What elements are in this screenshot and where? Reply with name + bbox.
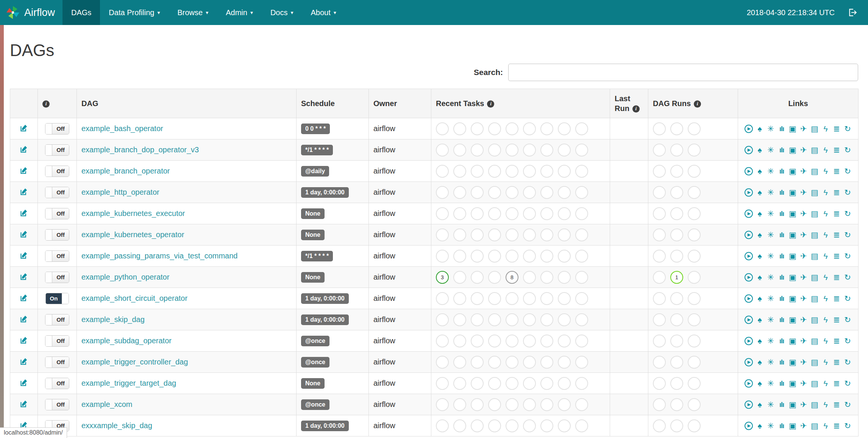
gantt-icon[interactable]: ▤ (810, 358, 819, 367)
gantt-icon[interactable]: ▤ (810, 421, 819, 430)
refresh-icon[interactable]: ↻ (843, 294, 852, 303)
task-duration-icon[interactable]: ılı (777, 315, 786, 324)
landing-times-icon[interactable]: ✈ (799, 400, 808, 409)
code-view-icon[interactable]: ϟ (821, 230, 830, 239)
nav-item-admin[interactable]: Admin▾ (217, 0, 262, 25)
edit-dag-icon[interactable] (20, 379, 28, 387)
task-tries-icon[interactable]: ▣ (788, 421, 797, 430)
dag-pause-toggle[interactable]: Off (45, 187, 69, 198)
dag-link[interactable]: example_kubernetes_operator (81, 230, 184, 239)
task-duration-icon[interactable]: ılı (777, 358, 786, 367)
nav-item-about[interactable]: About▾ (302, 0, 345, 25)
code-view-icon[interactable]: ϟ (821, 421, 830, 430)
task-details-icon[interactable]: ≣ (832, 400, 841, 409)
task-duration-icon[interactable]: ılı (777, 145, 786, 155)
task-details-icon[interactable]: ≣ (832, 315, 841, 324)
task-tries-icon[interactable]: ▣ (788, 400, 797, 409)
dag-link[interactable]: example_short_circuit_operator (81, 294, 187, 302)
tree-view-icon[interactable]: ♠ (756, 273, 764, 282)
code-view-icon[interactable]: ϟ (821, 124, 830, 133)
graph-view-icon[interactable]: ✳ (767, 124, 775, 133)
task-tries-icon[interactable]: ▣ (788, 209, 797, 218)
gantt-icon[interactable]: ▤ (810, 230, 819, 239)
gantt-icon[interactable]: ▤ (810, 209, 819, 218)
task-details-icon[interactable]: ≣ (832, 336, 841, 346)
code-view-icon[interactable]: ϟ (821, 188, 830, 197)
code-view-icon[interactable]: ϟ (821, 252, 830, 261)
refresh-icon[interactable]: ↻ (843, 400, 852, 409)
task-details-icon[interactable]: ≣ (832, 124, 841, 133)
code-view-icon[interactable]: ϟ (821, 273, 830, 282)
landing-times-icon[interactable]: ✈ (799, 379, 808, 388)
landing-times-icon[interactable]: ✈ (799, 188, 808, 197)
edit-dag-icon[interactable] (20, 294, 28, 302)
trigger-dag-icon[interactable]: ▶ (745, 358, 753, 366)
gantt-icon[interactable]: ▤ (810, 336, 819, 346)
dag-pause-toggle[interactable]: Off (45, 399, 69, 410)
dag-pause-toggle[interactable]: Off (45, 378, 69, 389)
task-details-icon[interactable]: ≣ (832, 294, 841, 303)
refresh-icon[interactable]: ↻ (843, 167, 852, 176)
graph-view-icon[interactable]: ✳ (767, 252, 775, 261)
refresh-icon[interactable]: ↻ (843, 209, 852, 218)
dag-pause-toggle[interactable]: On (45, 293, 69, 304)
landing-times-icon[interactable]: ✈ (799, 252, 808, 261)
trigger-dag-icon[interactable]: ▶ (745, 337, 753, 345)
task-details-icon[interactable]: ≣ (832, 230, 841, 239)
gantt-icon[interactable]: ▤ (810, 252, 819, 261)
graph-view-icon[interactable]: ✳ (767, 230, 775, 239)
task-state-circle[interactable]: 8 (506, 271, 518, 284)
tree-view-icon[interactable]: ♠ (756, 145, 764, 155)
refresh-icon[interactable]: ↻ (843, 421, 852, 430)
dag-pause-toggle[interactable]: Off (45, 335, 69, 347)
task-duration-icon[interactable]: ılı (777, 400, 786, 409)
dag-pause-toggle[interactable]: Off (45, 250, 69, 262)
landing-times-icon[interactable]: ✈ (799, 294, 808, 303)
trigger-dag-icon[interactable]: ▶ (745, 231, 753, 239)
graph-view-icon[interactable]: ✳ (767, 400, 775, 409)
refresh-icon[interactable]: ↻ (843, 358, 852, 367)
task-duration-icon[interactable]: ılı (777, 209, 786, 218)
trigger-dag-icon[interactable]: ▶ (745, 316, 753, 324)
graph-view-icon[interactable]: ✳ (767, 188, 775, 197)
landing-times-icon[interactable]: ✈ (799, 124, 808, 133)
gantt-icon[interactable]: ▤ (810, 124, 819, 133)
graph-view-icon[interactable]: ✳ (767, 336, 775, 346)
tree-view-icon[interactable]: ♠ (756, 336, 764, 346)
task-tries-icon[interactable]: ▣ (788, 145, 797, 155)
task-duration-icon[interactable]: ılı (777, 188, 786, 197)
graph-view-icon[interactable]: ✳ (767, 167, 775, 176)
task-duration-icon[interactable]: ılı (777, 124, 786, 133)
task-tries-icon[interactable]: ▣ (788, 358, 797, 367)
task-details-icon[interactable]: ≣ (832, 188, 841, 197)
dag-pause-toggle[interactable]: Off (45, 229, 69, 241)
dag-pause-toggle[interactable]: Off (45, 123, 69, 135)
dag-pause-toggle[interactable]: Off (45, 144, 69, 156)
edit-dag-icon[interactable] (20, 209, 28, 217)
task-tries-icon[interactable]: ▣ (788, 230, 797, 239)
dag-link[interactable]: example_trigger_controller_dag (81, 358, 188, 366)
landing-times-icon[interactable]: ✈ (799, 167, 808, 176)
gantt-icon[interactable]: ▤ (810, 315, 819, 324)
dag-pause-toggle[interactable]: Off (45, 208, 69, 219)
gantt-icon[interactable]: ▤ (810, 188, 819, 197)
landing-times-icon[interactable]: ✈ (799, 209, 808, 218)
gantt-icon[interactable]: ▤ (810, 273, 819, 282)
edit-dag-icon[interactable] (20, 400, 28, 408)
tree-view-icon[interactable]: ♠ (756, 124, 764, 133)
trigger-dag-icon[interactable]: ▶ (745, 125, 753, 133)
dag-link[interactable]: example_python_operator (81, 273, 169, 281)
nav-item-browse[interactable]: Browse▾ (169, 0, 217, 25)
edit-dag-icon[interactable] (20, 251, 28, 260)
trigger-dag-icon[interactable]: ▶ (745, 379, 753, 388)
code-view-icon[interactable]: ϟ (821, 167, 830, 176)
landing-times-icon[interactable]: ✈ (799, 273, 808, 282)
dag-link[interactable]: example_branch_dop_operator_v3 (81, 145, 199, 154)
task-duration-icon[interactable]: ılı (777, 294, 786, 303)
dag-pause-toggle[interactable]: Off (45, 272, 69, 283)
refresh-icon[interactable]: ↻ (843, 273, 852, 282)
code-view-icon[interactable]: ϟ (821, 400, 830, 409)
dag-link[interactable]: exxxample_skip_dag (81, 421, 152, 430)
trigger-dag-icon[interactable]: ▶ (745, 146, 753, 154)
graph-view-icon[interactable]: ✳ (767, 358, 775, 367)
